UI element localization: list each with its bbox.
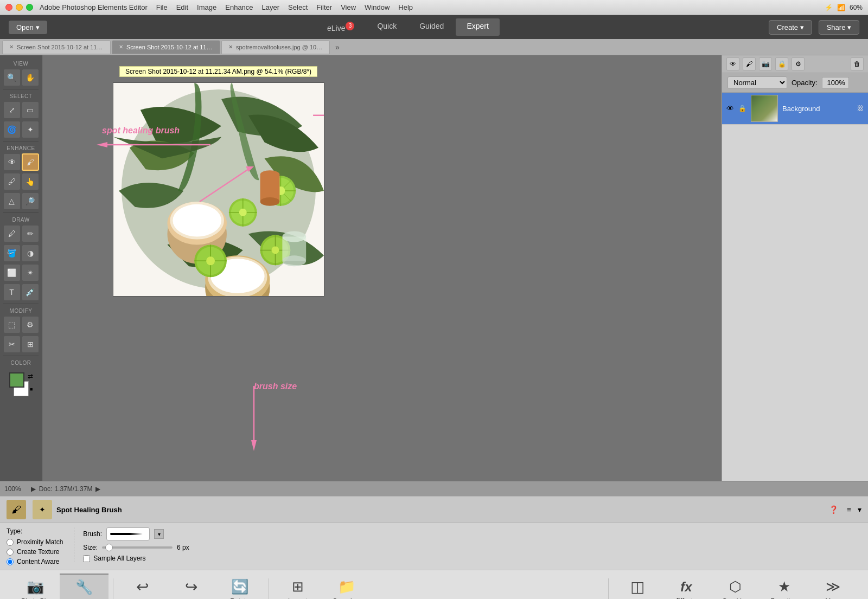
move-tool[interactable]: ⤢ xyxy=(3,101,21,119)
layer-chain-icon[interactable]: ⛓ xyxy=(857,105,864,112)
tab-overflow-button[interactable]: » xyxy=(331,43,344,51)
layer-background[interactable]: 👁 🔒 Background ⛓ xyxy=(722,93,868,125)
marquee-tool[interactable]: ▭ xyxy=(22,101,39,119)
bottombar-organizer[interactable]: 📁 Organizer xyxy=(322,574,371,599)
options-list-icon[interactable]: ≡ xyxy=(847,505,851,514)
magnify-tool[interactable]: 🔎 xyxy=(22,192,39,210)
menu-file[interactable]: File xyxy=(156,3,168,11)
zoom-tool[interactable]: 🔍 xyxy=(3,69,21,86)
menu-select[interactable]: Select xyxy=(288,3,308,11)
type-tool[interactable]: T xyxy=(3,284,21,301)
transform-tool[interactable]: ⚙ xyxy=(22,316,39,333)
undo-icon: ↩ xyxy=(136,578,149,596)
menu-image[interactable]: Image xyxy=(197,3,216,11)
sample-all-checkbox[interactable] xyxy=(83,555,90,562)
close-window-button[interactable] xyxy=(5,4,12,11)
elive-badge: 3 xyxy=(346,22,354,30)
pencil-tool[interactable]: ✏ xyxy=(22,225,39,242)
bottombar-photo-bin[interactable]: 📷 Photo Bin xyxy=(11,574,60,599)
tool-options-panel: 🖌 ✦ Spot Healing Brush ❓ ≡ ▾ Type: Proxi… xyxy=(0,496,868,570)
bottombar-layout[interactable]: ⊞ Layout xyxy=(273,574,322,599)
proximity-label: Proximity Match xyxy=(17,538,63,546)
brush-dropdown-button[interactable]: ▾ xyxy=(154,529,164,539)
fill-tool[interactable]: 🪣 xyxy=(3,244,21,262)
create-button[interactable]: Create ▾ xyxy=(769,20,812,35)
bottombar-rotate[interactable]: 🔄 Rotate xyxy=(215,574,264,599)
panel-settings-icon[interactable]: ⚙ xyxy=(792,57,805,70)
canvas-area[interactable]: spot healing brush brush size xyxy=(42,55,722,481)
smudge-tool[interactable]: 👆 xyxy=(22,173,39,190)
share-button[interactable]: Share ▾ xyxy=(819,20,859,35)
sharpen-tool[interactable]: △ xyxy=(3,192,21,210)
tab-1[interactable]: ✕ Screen Shot 2015-10-12 at 11.21.34 AM.… xyxy=(112,40,220,54)
menu-view[interactable]: View xyxy=(341,3,356,11)
open-button[interactable]: Open ▾ xyxy=(9,21,47,34)
bottombar-redo[interactable]: ↪ Redo xyxy=(167,574,215,599)
panel-lock-icon[interactable]: 🔒 xyxy=(775,57,788,70)
menu-window[interactable]: Window xyxy=(365,3,390,11)
gradient-tool[interactable]: ◑ xyxy=(22,244,39,262)
tab-expert[interactable]: Expert xyxy=(456,18,499,36)
effects-icon: fx xyxy=(680,579,692,595)
bottombar-more[interactable]: ≫ More xyxy=(808,574,857,599)
svg-point-31 xyxy=(271,246,279,254)
opacity-input[interactable] xyxy=(822,77,849,88)
tab-guided[interactable]: Guided xyxy=(409,18,455,36)
size-slider[interactable] xyxy=(102,546,173,549)
options-expand-icon[interactable]: ▾ xyxy=(858,505,861,514)
tab-0-close[interactable]: ✕ xyxy=(9,44,14,50)
sparkle-tool[interactable]: ✴ xyxy=(22,264,39,281)
red-eye-tool[interactable]: 👁 xyxy=(3,153,21,171)
panel-brush-icon[interactable]: 🖌 xyxy=(743,57,756,70)
tab-elive[interactable]: eLive3 xyxy=(316,18,365,36)
brush-tool[interactable]: 🖊 xyxy=(3,225,21,242)
menu-layer[interactable]: Layer xyxy=(262,3,280,11)
swap-colors-icon[interactable]: ⇄ xyxy=(28,372,33,380)
menu-enhance[interactable]: Enhance xyxy=(225,3,253,11)
organizer-icon: 📁 xyxy=(338,578,355,595)
eraser-tool[interactable]: ⬜ xyxy=(3,264,21,281)
maximize-window-button[interactable] xyxy=(26,4,33,11)
hand-tool[interactable]: ✋ xyxy=(22,69,39,86)
status-arrow-right[interactable]: ▶ xyxy=(95,485,100,493)
proximity-radio[interactable] xyxy=(7,539,14,546)
eyedropper-tool[interactable]: 💉 xyxy=(22,284,39,301)
tab-0[interactable]: ✕ Screen Shot 2015-10-12 at 11.19.53 AM.… xyxy=(2,40,111,54)
recompose-tool[interactable]: ⊞ xyxy=(22,336,39,353)
layers-area: 👁 🔒 Background ⛓ xyxy=(722,93,868,481)
minimize-window-button[interactable] xyxy=(16,4,23,11)
foreground-color[interactable] xyxy=(9,372,24,388)
bottombar-effects[interactable]: fx Effects xyxy=(662,575,711,600)
spot-healing-brush-tool[interactable]: 🖌 xyxy=(22,153,39,171)
bottombar-graphics[interactable]: ⬡ Graphics xyxy=(711,574,760,599)
lasso-tool[interactable]: 🌀 xyxy=(3,121,21,138)
panel-trash-icon[interactable]: 🗑 xyxy=(851,57,864,70)
default-colors-icon[interactable]: ■ xyxy=(30,387,33,392)
divider-3 xyxy=(3,212,39,213)
tab-quick[interactable]: Quick xyxy=(366,18,407,36)
tab-1-close[interactable]: ✕ xyxy=(119,44,123,50)
bottombar-layers[interactable]: ◫ Layers xyxy=(613,574,662,599)
layer-visibility-icon[interactable]: 👁 xyxy=(726,104,734,113)
color-squares[interactable]: ⇄ ■ xyxy=(9,372,33,396)
heal-tool[interactable]: ✂ xyxy=(3,336,21,353)
bottombar-undo[interactable]: ↩ Undo xyxy=(118,574,167,599)
content-aware-radio[interactable] xyxy=(7,558,14,565)
magic-wand-tool[interactable]: ✦ xyxy=(22,121,39,138)
bottombar-favorites[interactable]: ★ Favorites xyxy=(760,574,808,599)
tab-2-close[interactable]: ✕ xyxy=(228,44,233,50)
clone-stamp-tool[interactable]: 🖋 xyxy=(3,173,21,190)
brush-preview[interactable] xyxy=(106,527,150,540)
menu-edit[interactable]: Edit xyxy=(176,3,188,11)
menu-filter[interactable]: Filter xyxy=(316,3,332,11)
panel-camera-icon[interactable]: 📷 xyxy=(759,57,772,70)
blend-mode-select[interactable]: Normal xyxy=(727,76,787,89)
status-arrow[interactable]: ▶ xyxy=(31,485,36,493)
panel-eye-icon[interactable]: 👁 xyxy=(726,57,739,70)
create-texture-radio[interactable] xyxy=(7,549,14,556)
help-icon[interactable]: ❓ xyxy=(829,505,838,514)
bottombar-tool-options[interactable]: 🔧 Tool Options xyxy=(60,574,108,599)
tab-2[interactable]: ✕ spotremovaltooluses.jpg @ 100% ( xyxy=(221,40,330,54)
crop-tool[interactable]: ⬚ xyxy=(3,316,21,333)
menu-help[interactable]: Help xyxy=(398,3,413,11)
